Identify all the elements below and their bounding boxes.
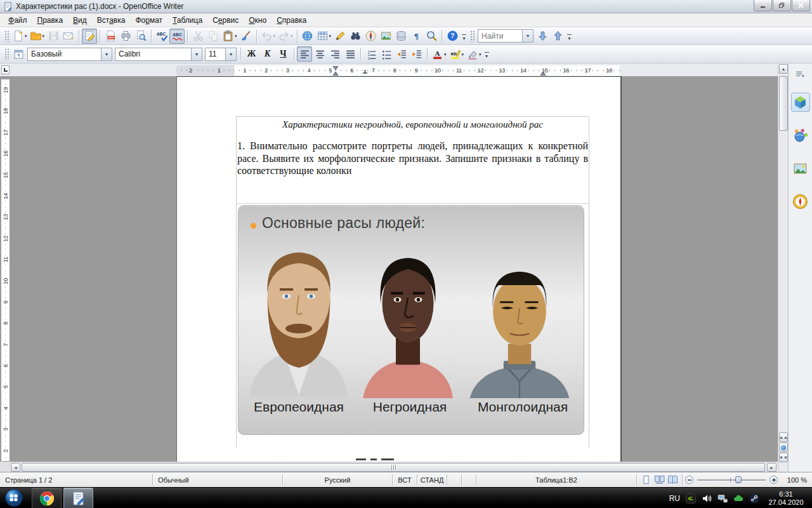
edit-file-button[interactable]: ▾ (82, 29, 97, 44)
email-button[interactable]: ▾ (61, 29, 76, 44)
export-pdf-button[interactable]: ▾ (103, 29, 118, 44)
sidebar-tab-navigator[interactable] (791, 192, 810, 211)
menu-item[interactable]: Справка (272, 14, 311, 27)
sidebar-tab-styles[interactable] (791, 126, 810, 145)
taskbar-chrome-button[interactable] (32, 488, 62, 508)
volume-tray-icon[interactable] (702, 493, 712, 504)
taskbar-writer-button[interactable] (63, 488, 93, 508)
cursor-position-indicator[interactable]: Таблица1:B2 (476, 472, 636, 487)
format-paintbrush-button[interactable]: ▾ (239, 29, 254, 44)
zoom-in-button[interactable] (769, 476, 778, 484)
italic-button[interactable]: К (259, 46, 275, 62)
menu-item[interactable]: Окно (244, 14, 272, 27)
formatting-overflow-button[interactable]: ▾ (483, 47, 491, 61)
print-button[interactable]: ▾ (118, 29, 133, 44)
find-next-button[interactable] (535, 29, 550, 44)
chevron-down-icon[interactable]: ▾ (225, 48, 236, 60)
spellcheck-button[interactable]: ▾ (154, 29, 169, 44)
align-center-button[interactable] (312, 46, 327, 62)
page-style-indicator[interactable]: Обычный (153, 472, 282, 487)
chevron-down-icon[interactable]: ▾ (522, 30, 533, 42)
find-replace-button[interactable]: ▾ (348, 29, 363, 44)
decrease-indent-button[interactable] (394, 46, 409, 62)
document-page[interactable]: Характеристики негроидной, европеоидной … (176, 76, 620, 462)
menu-item[interactable]: Формат (130, 14, 167, 27)
font-name-select[interactable]: Calibri▾ (115, 48, 202, 61)
numbered-list-button[interactable] (363, 46, 379, 62)
background-color-button[interactable]: ▾ (465, 46, 483, 62)
zoom-button[interactable]: ▾ (424, 29, 439, 44)
font-size-select[interactable]: 11▾ (205, 48, 237, 61)
chevron-down-icon[interactable]: ▾ (101, 48, 112, 60)
paste-button[interactable]: ▾ (221, 29, 239, 44)
toolbar-grip[interactable] (4, 30, 9, 42)
restore-button[interactable] (773, 0, 791, 11)
horizontal-scrollbar[interactable]: ◄ ► (10, 462, 778, 472)
menu-item[interactable]: Файл (3, 14, 32, 27)
keyboard-language-indicator[interactable]: RU (669, 494, 680, 503)
network-tray-icon[interactable] (717, 493, 728, 504)
find-text-field[interactable] (481, 32, 519, 41)
save-button[interactable]: ▾ (46, 29, 61, 44)
find-input[interactable]: ▾ (478, 29, 534, 43)
find-previous-button[interactable] (550, 29, 565, 44)
navigator-button[interactable]: ▾ (363, 29, 378, 44)
align-right-button[interactable] (327, 46, 343, 62)
paragraph-style-select[interactable]: Базовый▾ (27, 48, 112, 61)
highlighting-button[interactable]: ▾ (448, 46, 466, 62)
zoom-level[interactable]: 100 % (780, 476, 812, 484)
language-indicator[interactable]: Русский (283, 472, 392, 487)
find-toolbar-grip[interactable] (470, 30, 475, 42)
gallery-button[interactable]: ▾ (378, 29, 393, 44)
styles-window-button[interactable] (11, 46, 26, 62)
underline-button[interactable]: Ч (275, 46, 291, 62)
table-button[interactable]: ▾ (315, 29, 333, 44)
bold-button[interactable]: Ж (244, 46, 259, 62)
book-view-button[interactable] (667, 475, 678, 485)
data-sources-button[interactable]: ▾ (393, 29, 409, 44)
help-button[interactable]: ▾ (445, 29, 460, 44)
cloud-tray-icon[interactable] (733, 493, 743, 504)
scroll-right-button[interactable]: ► (767, 463, 776, 472)
formatting-toolbar-grip[interactable] (4, 48, 9, 60)
cut-button[interactable]: ▾ (190, 29, 206, 44)
vertical-scroll-thumb[interactable] (779, 76, 788, 131)
toolbar-overflow-button[interactable]: ▾ (460, 29, 468, 43)
copy-button[interactable]: ▾ (206, 29, 221, 44)
menu-item[interactable]: Правка (32, 14, 69, 27)
sidebar-tab-gallery[interactable] (791, 159, 810, 178)
nonprinting-chars-button[interactable]: ▾ (409, 29, 424, 44)
horizontal-scroll-thumb[interactable] (22, 463, 765, 472)
next-page-button[interactable]: ▼▼ (779, 453, 788, 462)
ruler-indent-marker-right[interactable] (540, 66, 546, 76)
new-document-button[interactable]: ▾ (11, 29, 29, 44)
scroll-up-button[interactable]: ▲ (779, 64, 788, 74)
document-paragraph[interactable]: 1. Внимательно рассмотрите портреты люде… (237, 140, 589, 177)
previous-page-button[interactable]: ▲▲ (779, 432, 788, 442)
zoom-slider[interactable] (697, 476, 766, 484)
start-button[interactable] (4, 488, 23, 507)
ruler-tab-marker[interactable] (362, 70, 368, 75)
bullet-list-button[interactable] (379, 46, 394, 62)
multi-page-view-button[interactable] (654, 475, 665, 485)
ruler-indent-marker-left[interactable] (332, 66, 339, 76)
undo-button[interactable]: ▾ (259, 29, 277, 44)
sidebar-options-icon[interactable] (795, 70, 806, 79)
menu-item[interactable]: Вставка (92, 14, 131, 27)
scroll-left-button[interactable]: ◄ (11, 463, 20, 472)
vertical-ruler[interactable]: 1918171615141312111098765432 (1, 79, 10, 461)
taskbar-clock[interactable]: 6:31 27.04.2020 (765, 490, 807, 507)
zoom-slider-thumb[interactable] (735, 476, 742, 483)
chevron-down-icon[interactable]: ▾ (191, 48, 202, 60)
redo-button[interactable]: ▾ (277, 29, 294, 44)
sidebar-tab-properties[interactable] (791, 93, 810, 112)
steam-tray-icon[interactable] (749, 493, 759, 504)
menu-item[interactable]: Таблица (167, 14, 207, 27)
minimize-button[interactable] (754, 0, 772, 11)
justify-button[interactable] (343, 46, 358, 62)
align-left-button[interactable] (297, 46, 312, 62)
font-color-button[interactable]: ▾ (430, 46, 448, 62)
menu-item[interactable]: Вид (68, 14, 92, 27)
tab-type-selector[interactable] (1, 65, 10, 74)
page-indicator[interactable]: Страница 1 / 2 (0, 472, 152, 487)
